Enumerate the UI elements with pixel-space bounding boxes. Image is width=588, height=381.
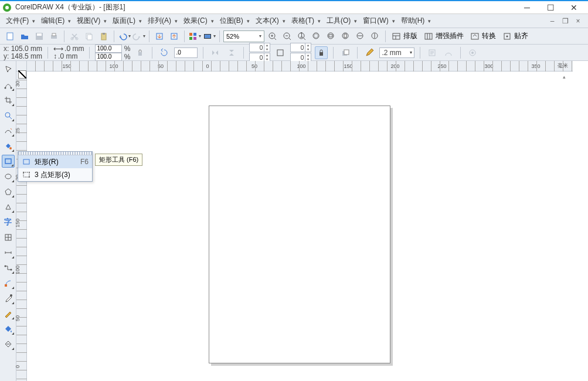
basic-shapes-tool[interactable] xyxy=(2,200,15,213)
ellipse-tool[interactable] xyxy=(2,170,15,183)
chevron-down-icon: ▾ xyxy=(139,18,142,24)
zoom-tool[interactable] xyxy=(2,109,15,122)
menu-effects[interactable]: 效果(C) xyxy=(181,15,210,27)
zoom-onetoone-button[interactable]: 1 xyxy=(295,30,308,43)
spin-a[interactable]: 0▴▾ xyxy=(249,43,270,52)
crop-tool[interactable] xyxy=(2,94,15,107)
welcome-button[interactable]: ▾ xyxy=(203,32,216,41)
line-width-input[interactable]: .2 mm▾ xyxy=(379,47,414,58)
zoom-level-input[interactable]: ▾ xyxy=(223,30,264,42)
scroll-up-icon[interactable]: ▴ xyxy=(560,73,568,81)
menu-window[interactable]: 窗口(W) xyxy=(361,15,390,27)
text-tool[interactable]: 字 xyxy=(2,216,15,229)
dimension-tool[interactable] xyxy=(2,246,15,259)
svg-rect-30 xyxy=(344,34,346,38)
menu-arrange[interactable]: 排列(A) xyxy=(145,15,174,27)
menu-text[interactable]: 文本(X) xyxy=(253,15,281,27)
vertical-ruler[interactable]: 302520150100500 xyxy=(16,72,27,381)
menu-layout[interactable]: 版面(L) xyxy=(110,15,138,27)
smart-fill-tool[interactable] xyxy=(2,140,15,152)
chevron-down-icon[interactable]: ▾ xyxy=(259,33,261,39)
mdi-restore-icon[interactable]: ❐ xyxy=(560,16,570,26)
maximize-button[interactable]: ☐ xyxy=(539,1,562,14)
menu-help[interactable]: 帮助(H) xyxy=(399,15,427,27)
outline-pen-button[interactable] xyxy=(363,46,376,59)
menu-table[interactable]: 表格(T) xyxy=(289,15,317,27)
zoom-in-button[interactable] xyxy=(266,30,279,43)
fill-tool[interactable] xyxy=(2,322,15,335)
zoom-fit-button[interactable] xyxy=(325,30,338,43)
lock-corners-button[interactable] xyxy=(315,46,328,59)
rectangle-tool[interactable] xyxy=(2,155,15,168)
snap-button[interactable]: 贴齐 xyxy=(500,30,531,43)
polygon-tool[interactable] xyxy=(2,185,15,198)
zoom-value[interactable] xyxy=(226,33,253,40)
connector-tool[interactable] xyxy=(2,261,15,274)
svg-rect-26 xyxy=(314,34,318,38)
app-launcher-button[interactable]: ▾ xyxy=(188,32,201,41)
menu-file[interactable]: 文件(F) xyxy=(4,15,31,27)
interactive-fill-tool[interactable] xyxy=(2,338,15,351)
rotation-input[interactable] xyxy=(174,47,198,58)
export-button[interactable] xyxy=(168,30,181,43)
close-button[interactable]: ✕ xyxy=(562,1,586,14)
rotate-button[interactable] xyxy=(158,46,171,59)
zoom-page-button[interactable] xyxy=(339,30,352,43)
convert-button[interactable]: 转换 xyxy=(468,30,498,43)
wrap-text-button[interactable] xyxy=(426,46,439,59)
canvas-area[interactable]: ▴ xyxy=(27,72,573,381)
zoom-width-button[interactable] xyxy=(354,30,367,43)
import-button[interactable] xyxy=(153,30,166,43)
freehand-tool[interactable] xyxy=(2,124,15,137)
convert-curves-button[interactable] xyxy=(442,46,455,59)
interactive-tool[interactable] xyxy=(2,277,15,290)
mdi-minimize-icon[interactable]: – xyxy=(548,16,557,26)
table-tool[interactable] xyxy=(2,231,15,244)
scale-x-input[interactable] xyxy=(95,45,122,53)
horizontal-ruler[interactable]: 毫米 15010050050100150200250300350 xyxy=(27,61,573,72)
mirror-h-button[interactable] xyxy=(209,46,222,59)
no-color-swatch[interactable] xyxy=(18,70,26,79)
outline-tool[interactable] xyxy=(2,307,15,320)
menu-bitmaps[interactable]: 位图(B) xyxy=(217,15,246,27)
lock-ratio-button[interactable] xyxy=(134,46,147,59)
zoom-selection-button[interactable] xyxy=(310,30,323,43)
to-front-button[interactable] xyxy=(339,46,352,59)
svg-rect-6 xyxy=(52,33,56,36)
layout-button[interactable]: 排版 xyxy=(389,30,420,43)
cut-button[interactable] xyxy=(68,30,81,43)
mirror-v-button[interactable] xyxy=(225,46,238,59)
corner-style-button[interactable] xyxy=(274,46,287,59)
copy-button[interactable] xyxy=(83,30,96,43)
drawing-page[interactable] xyxy=(209,106,390,363)
menu-edit[interactable]: 编辑(E) xyxy=(39,15,67,27)
minimize-button[interactable]: ─ xyxy=(515,1,539,14)
menu-tools[interactable]: 工具(O) xyxy=(324,15,353,27)
mdi-close-icon[interactable]: × xyxy=(573,16,583,26)
flyout-label: 3 点矩形(3) xyxy=(35,170,85,180)
scale-y-input[interactable] xyxy=(95,53,122,61)
flyout-item-3point-rect[interactable]: 3 点矩形(3) xyxy=(18,168,92,181)
ruler-h-tick: 100 xyxy=(109,63,118,69)
new-button[interactable] xyxy=(4,30,16,43)
redo-button[interactable]: ▾ xyxy=(132,32,145,41)
shape-tool[interactable] xyxy=(2,79,15,91)
zoom-out-button[interactable] xyxy=(281,30,294,43)
plugin-button[interactable]: 增强插件 xyxy=(422,30,466,43)
percent-icon: % xyxy=(124,52,131,60)
tooltip: 矩形工具 (F6) xyxy=(95,154,142,166)
flyout-item-rectangle[interactable]: 矩形(R) F6 xyxy=(18,155,92,168)
eyedropper-tool[interactable] xyxy=(2,292,15,305)
zoom-height-button[interactable] xyxy=(369,30,382,43)
pick-tool[interactable] xyxy=(2,63,15,76)
menu-view[interactable]: 视图(V) xyxy=(74,15,103,27)
open-button[interactable] xyxy=(18,30,31,43)
spin-c[interactable]: 0▴▾ xyxy=(290,43,311,52)
chevron-down-icon[interactable]: ▾ xyxy=(410,50,412,55)
save-button[interactable] xyxy=(33,30,46,43)
paste-button[interactable] xyxy=(97,30,110,43)
print-button[interactable] xyxy=(47,30,60,43)
options-button[interactable] xyxy=(466,46,479,59)
undo-button[interactable]: ▾ xyxy=(118,32,131,41)
snap-label: 贴齐 xyxy=(514,31,528,41)
